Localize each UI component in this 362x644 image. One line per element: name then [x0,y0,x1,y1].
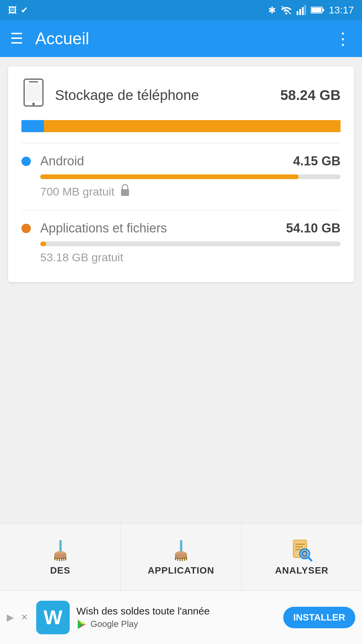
svg-point-10 [32,103,35,105]
divider-2 [21,210,341,210]
app-bar: ☰ Accueil ⋮ [0,20,362,57]
ad-banner: ▶ ✕ W Wish des soldes toute l'année Goog… [0,590,362,644]
image-icon: 🖼 [8,5,17,15]
storage-total: 58.24 GB [280,87,341,103]
apps-dot [21,224,31,233]
svg-line-30 [186,557,187,560]
main-progress-orange [44,120,341,132]
ad-arrow-icon: ▶ [7,612,14,623]
svg-rect-6 [311,8,321,12]
svg-rect-4 [304,5,306,15]
google-play-icon [76,619,87,630]
ad-google-play: Google Play [76,619,277,630]
broom-icon-application [169,538,193,562]
status-bar-left: 🖼 ✔ [8,5,28,15]
android-progress-container: 700 MB gratuit [40,174,341,199]
storage-card: Stockage de téléphone 58.24 GB Android 4… [8,66,354,282]
svg-line-21 [65,557,66,560]
ad-close-icon[interactable]: ✕ [21,612,28,623]
nav-label-analyser: ANALYSER [275,565,328,576]
apps-header: Applications et fichiers 54.10 GB [21,221,341,235]
ad-text-block: Wish des soldes toute l'année Google Pla… [76,605,277,630]
broom-icon-des [49,538,72,562]
status-bar-right: ✱ 13:17 [268,4,354,16]
svg-line-26 [178,557,178,561]
bottom-nav: DES APPLICATION [0,523,362,590]
svg-line-19 [61,558,62,561]
svg-rect-34 [295,546,303,547]
svg-rect-3 [302,7,304,15]
svg-rect-11 [25,84,42,101]
apps-free-text: 53.18 GB gratuit [40,251,123,264]
more-options-icon[interactable]: ⋮ [335,29,352,48]
apps-progress-fill [40,241,46,246]
main-progress-bar [21,120,341,132]
check-icon: ✔ [21,5,28,15]
svg-rect-2 [299,9,301,15]
apps-progress-container: 53.18 GB gratuit [40,241,341,264]
storage-title: Stockage de téléphone [55,87,271,103]
android-free: 700 MB gratuit [40,184,341,199]
svg-rect-12 [121,189,129,196]
main-content: Stockage de téléphone 58.24 GB Android 4… [0,57,362,291]
svg-rect-13 [59,540,62,552]
battery-icon [311,6,324,14]
wifi-icon [281,5,292,15]
svg-rect-7 [322,9,324,11]
android-storage-item: Android 4.15 GB 700 MB gratuit [21,154,341,199]
apps-label: Applications et fichiers [40,221,286,235]
svg-line-17 [57,557,57,561]
svg-rect-15 [54,554,66,559]
svg-line-16 [55,557,55,560]
svg-rect-9 [29,81,38,83]
android-header: Android 4.15 GB [21,154,341,168]
status-bar: 🖼 ✔ ✱ 13:17 [0,0,362,20]
svg-line-28 [182,558,182,561]
ad-app-icon: W [36,601,70,634]
android-progress-fill [40,174,299,179]
signal-icon [297,5,306,15]
nav-label-des: DES [50,565,70,576]
nav-item-analyser[interactable]: ANALYSER [242,524,362,590]
app-title: Accueil [35,29,89,48]
nav-item-des[interactable]: DES [0,524,121,590]
android-progress-track [40,174,341,179]
analyze-icon [290,538,313,562]
hamburger-menu-icon[interactable]: ☰ [10,31,23,46]
svg-rect-22 [180,540,182,552]
svg-line-29 [184,557,185,561]
phone-storage-icon [21,78,46,112]
svg-line-25 [175,557,176,560]
android-size: 4.15 GB [293,154,341,168]
svg-rect-33 [295,544,305,545]
clock: 13:17 [329,4,354,16]
ad-app-letter: W [44,606,63,629]
android-free-text: 700 MB gratuit [40,185,114,198]
main-progress-blue [21,120,44,132]
ad-main-text: Wish des soldes toute l'année [76,605,277,617]
nav-label-application: APPLICATION [148,565,215,576]
apps-free: 53.18 GB gratuit [40,251,341,264]
apps-size: 54.10 GB [286,221,341,235]
svg-point-0 [285,12,287,14]
svg-line-38 [308,557,311,560]
svg-rect-1 [297,11,298,15]
nav-item-application[interactable]: APPLICATION [121,524,241,590]
bluetooth-icon: ✱ [268,5,276,16]
app-bar-left: ☰ Accueil [10,29,89,48]
android-dot [21,157,31,166]
svg-line-20 [63,557,64,561]
apps-progress-track [40,241,341,246]
ad-install-button[interactable]: INSTALLER [283,607,355,628]
lock-icon [120,184,130,199]
android-label: Android [40,154,293,168]
svg-rect-24 [175,554,187,559]
divider-1 [21,143,341,143]
apps-storage-item: Applications et fichiers 54.10 GB 53.18 … [21,221,341,264]
ad-google-play-text: Google Play [90,619,138,629]
card-header: Stockage de téléphone 58.24 GB [21,78,341,112]
